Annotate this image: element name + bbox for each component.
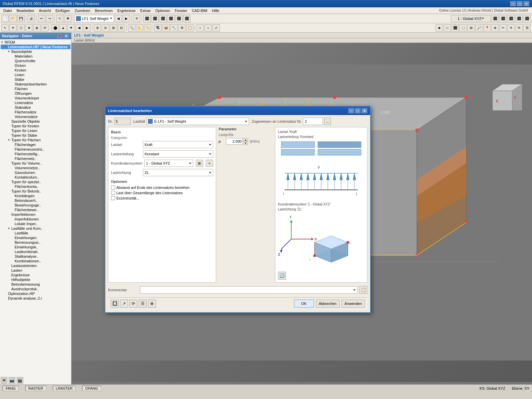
t2-btn-14[interactable]: ⊞ xyxy=(110,24,117,32)
p-spin-down[interactable]: ▼ xyxy=(243,141,248,145)
menu-cadbim[interactable]: CAD-BIM xyxy=(190,8,209,13)
t2-btn-8[interactable]: ▲ xyxy=(60,24,67,32)
t2-right-6[interactable]: 🔎 xyxy=(475,24,483,32)
p-input[interactable] xyxy=(226,138,243,145)
refresh-diagram-button[interactable]: 🔄 xyxy=(278,272,286,280)
undo-button[interactable]: ↩ xyxy=(38,15,45,22)
t2-btn-26[interactable]: ⤢ xyxy=(212,24,220,32)
tree-item[interactable]: Einwirkungen xyxy=(1,235,70,240)
tree-item[interactable]: Betondauerh.. xyxy=(1,198,70,203)
option1-checkbox[interactable] xyxy=(111,186,115,190)
dialog-close-button[interactable]: ✕ xyxy=(361,108,367,113)
tree-item[interactable]: Knoten xyxy=(1,68,70,72)
tree-item[interactable]: Flächensätze xyxy=(1,110,70,114)
rt-btn-3[interactable]: ⬛ xyxy=(507,15,515,22)
t2-btn-24[interactable]: ↕ xyxy=(197,24,204,32)
dialog-maximize-button[interactable]: □ xyxy=(355,108,361,113)
menu-zuordnen[interactable]: Zuordnen xyxy=(72,8,92,13)
t2-btn-3[interactable]: ⬡ xyxy=(17,24,25,32)
t2-btn-4[interactable]: ★ xyxy=(25,24,33,32)
t2-right-1[interactable]: ■ xyxy=(436,24,443,32)
status-ofang[interactable]: OFANG xyxy=(82,386,101,391)
lastverteilung-dropdown[interactable]: Konstant xyxy=(143,150,213,158)
anwenden-button[interactable]: Anwenden xyxy=(341,300,365,308)
tree-item[interactable]: Volumennetze.. xyxy=(1,166,70,170)
lf-selector[interactable]: LF1 Self Weight xyxy=(74,15,114,22)
t2-btn-21[interactable]: 🔧 xyxy=(170,24,178,32)
tree-item[interactable]: Typen für Knoten xyxy=(1,124,70,128)
abbrechen-button[interactable]: Abbrechen xyxy=(316,300,339,308)
footer-icon-5[interactable]: ⊕ xyxy=(148,300,156,308)
tree-item[interactable]: ▼Lastfälle und Kom.. xyxy=(1,226,70,231)
lastrichtung-dropdown[interactable]: ZL xyxy=(143,169,213,176)
t2-btn-19[interactable]: 🏗 xyxy=(154,24,162,32)
menu-hilfe[interactable]: Hilfe xyxy=(210,8,221,13)
menu-ansicht[interactable]: Ansicht xyxy=(37,8,53,13)
t2-right-5[interactable]: ⊞ xyxy=(467,24,475,32)
lf-prev-button[interactable]: ◀ xyxy=(115,15,122,22)
open-button[interactable]: 📂 xyxy=(9,15,17,22)
t2-btn-23[interactable]: 📋 xyxy=(186,24,194,32)
footer-icon-2[interactable]: ↗ xyxy=(120,300,128,308)
menu-datei[interactable]: Datei xyxy=(1,8,14,13)
kommentar-icon-button[interactable]: 📋 xyxy=(359,286,367,294)
t2-btn-20[interactable]: 📦 xyxy=(162,24,170,32)
t2-right-7[interactable]: 📍 xyxy=(483,24,491,32)
tree-item[interactable]: Einwirkungsk.. xyxy=(1,245,70,249)
t2-btn-12[interactable]: ⊕ xyxy=(94,24,101,32)
tree-item[interactable]: Typen für Stäbe xyxy=(1,133,70,138)
t2-btn-2[interactable]: ✦ xyxy=(9,24,17,32)
tree-item[interactable]: Dynamik analyse..2.r xyxy=(1,296,70,301)
t2-btn-11[interactable]: ▶ xyxy=(83,24,91,32)
t2-right-9[interactable]: ✂ xyxy=(499,24,507,32)
tree-item[interactable]: Bemessungssi.. xyxy=(1,240,70,245)
option2-checkbox[interactable] xyxy=(111,191,115,195)
tree-item[interactable]: Materialien xyxy=(1,54,70,59)
t2-right-10[interactable]: ✕ xyxy=(507,24,515,32)
coord-dropdown[interactable]: 1 - Global XYZ xyxy=(451,15,491,22)
footer-icon-3[interactable]: ⟳ xyxy=(129,300,137,308)
tree-item[interactable]: Typen für Volume.. xyxy=(1,161,70,166)
t2-btn-25[interactable]: ↔ xyxy=(204,24,212,32)
tree-item[interactable]: Dicken xyxy=(1,63,70,68)
tree-item[interactable]: Volumenkörper xyxy=(1,96,70,100)
t2-btn-5[interactable]: ◈ xyxy=(33,24,41,32)
cross-button[interactable]: ✕ xyxy=(133,15,140,22)
menu-bearbeiten[interactable]: Bearbeiten xyxy=(15,8,36,13)
tree-item[interactable]: ▼RFEM xyxy=(1,40,70,45)
tree-item[interactable]: Querschnitte xyxy=(1,59,70,63)
t2-btn-9[interactable]: ▼ xyxy=(67,24,75,32)
tree-item[interactable]: Ausdruckprotok.. xyxy=(1,287,70,291)
tree-item[interactable]: Lastkombinati.. xyxy=(1,249,70,254)
tree-item[interactable]: Bewehrungsge.. xyxy=(1,203,70,207)
menu-optionen[interactable]: Optionen xyxy=(153,8,172,13)
tree-item[interactable]: Lasten xyxy=(1,268,70,273)
dialog[interactable]: Liniensatzlast bearbeiten ─ □ ✕ Nr. xyxy=(105,106,371,313)
tree-item[interactable]: Flächenexzentriz.. xyxy=(1,147,70,152)
tree-item[interactable]: Typen für speziel.. xyxy=(1,180,70,184)
rt-btn-4[interactable]: ⬛ xyxy=(515,15,523,22)
t2-btn-13[interactable]: ⊖ xyxy=(102,24,109,32)
lastfall-dropdown[interactable]: G LF1 - Self Weight xyxy=(146,118,249,125)
footer-icon-4[interactable]: ☰ xyxy=(139,300,147,308)
nav-pin-button[interactable]: 📌 xyxy=(57,33,63,39)
tree-item[interactable]: Spezielle Objekte xyxy=(1,119,70,124)
t2-btn-1[interactable]: ↖ xyxy=(1,24,9,32)
t2-right-12[interactable]: ☰ xyxy=(523,24,531,32)
tree-item[interactable]: Betonbemessung xyxy=(1,282,70,287)
tree-item[interactable]: Liniensätze xyxy=(1,100,70,105)
tree-item[interactable]: Ergebnisse xyxy=(1,273,70,277)
menu-ergebnisse[interactable]: Ergebnisse xyxy=(115,8,138,13)
save-button[interactable]: 💾 xyxy=(17,15,25,22)
tree-item[interactable]: Hilfsobjekte xyxy=(1,277,70,282)
tree-item[interactable]: Stabrepräsentanten xyxy=(1,82,70,86)
tree-item[interactable]: Flächensteifig.. xyxy=(1,152,70,156)
tree-item[interactable]: Stäbe xyxy=(1,77,70,82)
tree-item[interactable]: Öffnungen xyxy=(1,91,70,96)
view-btn-4[interactable]: ⬛ xyxy=(167,15,175,22)
tree-item[interactable]: Optimization.rf6* xyxy=(1,291,70,296)
minimize-button[interactable]: ─ xyxy=(510,1,516,6)
kommentar-input[interactable] xyxy=(142,288,353,292)
p-spin-up[interactable]: ▲ xyxy=(243,138,248,141)
close-button[interactable]: ✕ xyxy=(523,1,529,6)
